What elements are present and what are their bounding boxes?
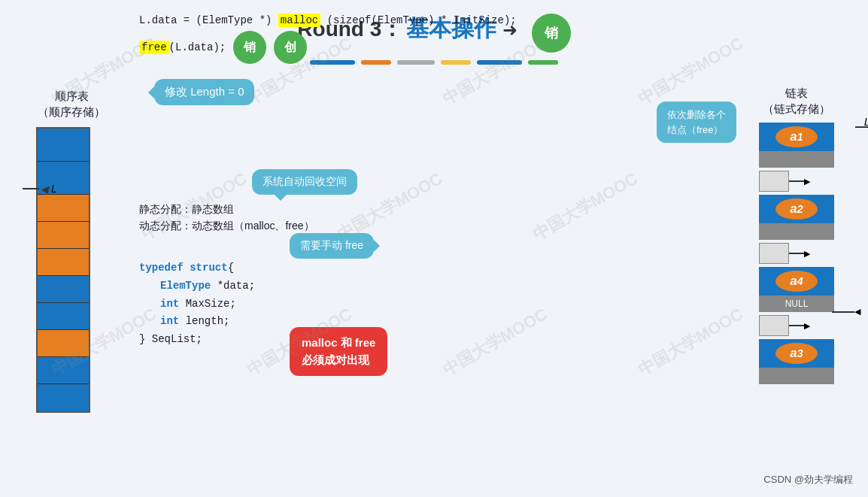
- bubble-modify-length: 修改 Length = 0: [154, 79, 254, 105]
- connector-2: ▶: [759, 243, 834, 264]
- bubble-system-reclaim: 系统自动回收空间: [252, 169, 357, 195]
- bubble-malloc-free: malloc 和 free必须成对出现: [290, 327, 387, 376]
- connector-3: ▶: [759, 315, 834, 336]
- badge-xiao: 销: [233, 31, 266, 64]
- static-text: 静态分配：静态数组: [139, 203, 314, 217]
- code-line-1: typedef struct{: [139, 259, 255, 277]
- node-a3-label: a3: [775, 343, 818, 364]
- node-a3: a3: [759, 339, 834, 384]
- csdn-label: CSDN @劲夫学编程: [763, 473, 853, 486]
- code-line-4: int length;: [139, 313, 255, 331]
- code-line-2: ElemType *data;: [139, 277, 255, 295]
- node-a1-label: a1: [775, 126, 818, 147]
- L-pointer-left: ◀ L: [23, 183, 57, 195]
- bubble-delete-text: 依次删除各个结点（free）: [657, 102, 736, 143]
- color-seg-4: [441, 60, 471, 65]
- connector-1: ▶: [759, 171, 834, 192]
- color-seg-2: [361, 60, 391, 65]
- color-seg-1: [310, 60, 355, 65]
- free-code: free(L.data);: [139, 41, 226, 53]
- color-bar: [0, 60, 868, 65]
- bubble-malloc-free-text: malloc 和 free必须成对出现: [290, 327, 387, 376]
- malloc-highlight: malloc: [278, 14, 320, 27]
- color-seg-3: [397, 60, 435, 65]
- seq-list-label: 顺序表 （顺序存储）: [23, 88, 120, 120]
- title-area: Round 3： 基本操作 ➜ 销: [0, 0, 868, 65]
- bubble-modify-text: 修改 Length = 0: [154, 79, 254, 105]
- node-a1: a1: [759, 123, 834, 168]
- code-line-5: } SeqList;: [139, 331, 255, 349]
- free-line-area: free(L.data); 销 创: [139, 31, 307, 64]
- node-a4-null: NULL: [759, 295, 834, 312]
- free-highlight: free: [139, 41, 169, 54]
- node-a4-label: a4: [775, 271, 818, 292]
- bubble-manual-text: 需要手动 free: [290, 233, 374, 259]
- seq-list-box: [36, 127, 90, 413]
- static-dynamic-text: 静态分配：静态数组 动态分配：动态数组（malloc、free）: [139, 203, 314, 233]
- color-seg-5: [477, 60, 522, 65]
- linked-list-area: 链表 （链式存储） L a1 ▶ a2: [736, 85, 857, 386]
- color-seg-6: [528, 60, 558, 65]
- bubble-system-text: 系统自动回收空间: [252, 169, 357, 195]
- bubble-delete-nodes: 依次删除各个结点（free）: [657, 102, 736, 143]
- badge-chuang: 创: [274, 31, 307, 64]
- L-arrow: [855, 126, 868, 128]
- a4-right-arrow: ◀: [832, 307, 860, 317]
- code-block: typedef struct{ ElemType *data; int MaxS…: [139, 259, 255, 349]
- nodes-container: a1 ▶ a2 ▶: [759, 123, 834, 384]
- linked-list-label: 链表 （链式存储）: [736, 85, 857, 117]
- bottom-code-area: L.data = (ElemType *) malloc (sizeof(Ele…: [139, 14, 729, 26]
- code-line-3: int MaxSize;: [139, 295, 255, 314]
- node-a4: a4 NULL: [759, 267, 834, 312]
- dynamic-text: 动态分配：动态数组（malloc、free）: [139, 220, 314, 233]
- node-a2: a2: [759, 195, 834, 240]
- seq-list-area: 顺序表 （顺序存储） ◀ L: [23, 88, 120, 413]
- bubble-manual-free: 需要手动 free: [290, 233, 374, 259]
- node-a2-label: a2: [775, 198, 818, 220]
- bottom-code-line: L.data = (ElemType *) malloc (sizeof(Ele…: [139, 14, 729, 26]
